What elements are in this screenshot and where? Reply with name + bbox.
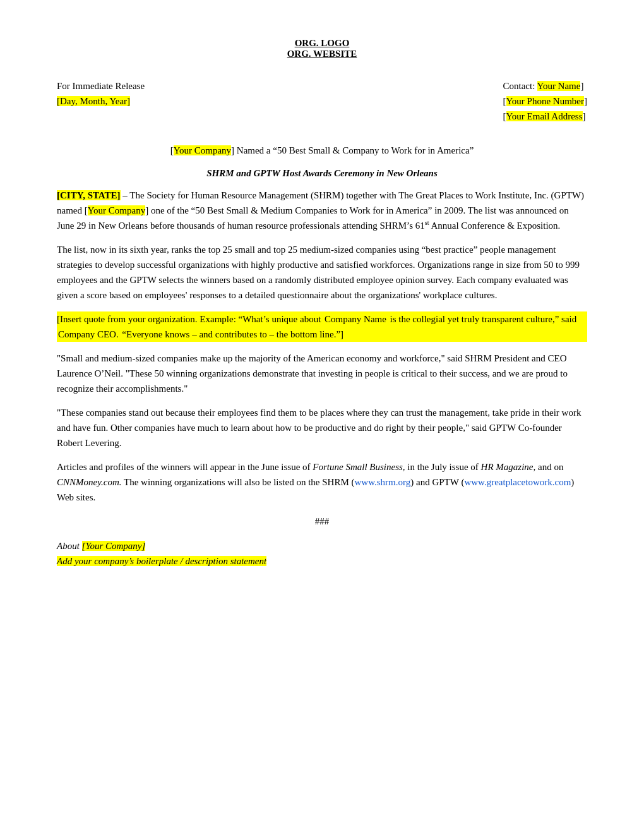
about-company: [Your Company] (82, 541, 146, 551)
release-info: For Immediate Release [Day, Month, Year] (57, 78, 145, 124)
body-company-inline: Your Company (88, 205, 145, 215)
about-boilerplate: Add your company’s boilerplate / descrip… (57, 556, 266, 566)
main-headline: [Your Company] Named a “50 Best Small & … (57, 143, 587, 158)
header-section: ORG. LOGO ORG. WEBSITE (57, 38, 587, 59)
contact-row: For Immediate Release [Day, Month, Year]… (57, 78, 587, 124)
fortune-small: Fortune Small Business, (313, 462, 405, 472)
date-placeholder: [Day, Month, Year] (57, 94, 145, 109)
headline-company: Your Company (174, 145, 231, 155)
contact-phone-line: [Your Phone Number] (503, 94, 587, 109)
p5-end: The winning organizations will also be l… (122, 477, 355, 487)
contact-name-line: Contact: Your Name] (503, 78, 587, 94)
p5-end2: ) and GPTW ( (410, 477, 464, 487)
immediate-release-label: For Immediate Release (57, 78, 145, 94)
city-state: [CITY, STATE] (57, 190, 121, 200)
contact-info: Contact: Your Name] [Your Phone Number] … (503, 78, 587, 124)
subheadline: SHRM and GPTW Host Awards Ceremony in Ne… (57, 168, 587, 179)
org-website: ORG. WEBSITE (57, 49, 587, 59)
body-paragraph-2: The list, now in its sixth year, ranks t… (57, 242, 587, 303)
shrm-link[interactable]: www.shrm.org (355, 477, 411, 487)
body-paragraph-5: Articles and profiles of the winners wil… (57, 459, 587, 505)
about-label: About (57, 541, 82, 551)
cnn-money: CNNMoney.com. (57, 477, 122, 487)
body-paragraph-1: [CITY, STATE] – The Society for Human Re… (57, 188, 587, 233)
your-name: Your Name (537, 81, 581, 91)
headline-text: ] Named a “50 Best Small & Company to Wo… (231, 145, 474, 155)
contact-email-line: [Your Email Address] (503, 109, 587, 124)
your-phone: Your Phone Number (506, 96, 584, 106)
body-intro3: Annual Conference & Exposition. (429, 221, 560, 231)
highlight-quote: [Insert quote from your organization. Ex… (57, 311, 587, 342)
contact-label: Contact: (503, 81, 537, 91)
body-paragraph-3: "Small and medium-sized companies make u… (57, 351, 587, 396)
p5-mid2: , and on (533, 462, 563, 472)
p5-mid: in the July issue of (405, 462, 481, 472)
org-logo: ORG. LOGO (57, 38, 587, 49)
your-email: Your Email Address (506, 111, 583, 121)
hr-magazine: HR Magazine (481, 462, 534, 472)
separator: ### (57, 516, 587, 527)
p5-pre: Articles and profiles of the winners wil… (57, 462, 313, 472)
gptw-link[interactable]: www.greatplacetowork.com (464, 477, 571, 487)
date-highlight: [Day, Month, Year] (57, 96, 130, 106)
body-paragraph-4: "These companies stand out because their… (57, 405, 587, 450)
about-section: About [Your Company] Add your company’s … (57, 538, 587, 569)
